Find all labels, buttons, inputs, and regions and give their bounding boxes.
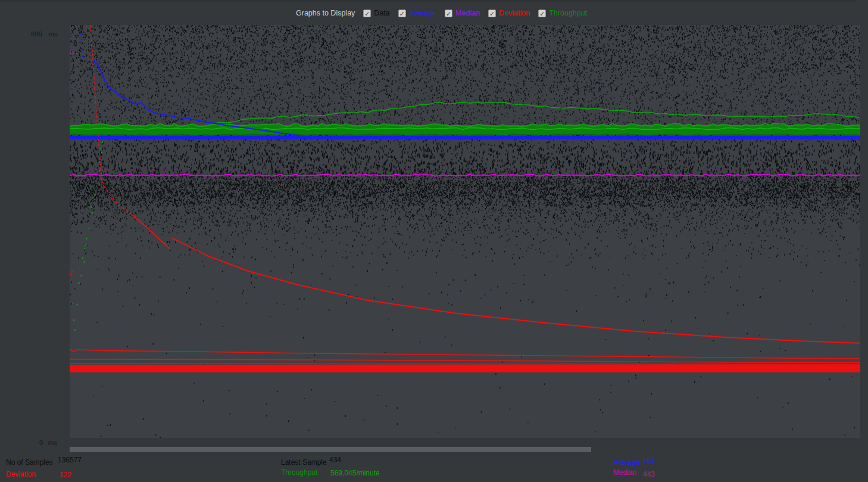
y-axis-unit-top: ms (48, 30, 57, 38)
average-stat-value: 503 (643, 456, 655, 465)
graphs-to-display-bar: Graphs to Display ✓ Data ✓ Average ✓ Med… (296, 7, 587, 19)
checkbox-item-throughput[interactable]: ✓ Throughput (538, 9, 587, 17)
no-of-samples-value: 136577 (58, 456, 82, 464)
throughput-stat-label: Throughput (281, 468, 317, 477)
y-axis-unit-bottom: ms (48, 439, 57, 446)
y-axis-min-value: 0 (39, 439, 43, 446)
latest-sample-label: Latest Sample (281, 458, 327, 467)
data-checkbox[interactable]: ✓ (363, 10, 371, 17)
median-checkbox[interactable]: ✓ (445, 10, 452, 17)
median-stat-value: 443 (643, 470, 655, 478)
top-strip (0, 0, 855, 2)
checkbox-item-average[interactable]: ✓ Average (398, 9, 436, 17)
graphs-to-display-label: Graphs to Display (296, 9, 355, 17)
horizontal-scrollbar-thumb[interactable] (70, 447, 591, 452)
checkbox-item-deviation[interactable]: ✓ Deviation (488, 9, 530, 17)
throughput-checkbox-label: Throughput (549, 9, 587, 17)
average-stat-label: Average (613, 458, 639, 467)
no-of-samples-label: No of Samples (6, 458, 53, 467)
deviation-checkbox-label: Deviation (499, 9, 530, 17)
y-axis-max-label: 689 ms (31, 30, 58, 38)
y-axis-max-value: 689 (31, 30, 42, 38)
data-checkbox-label: Data (374, 9, 389, 17)
latest-sample-value: 434 (329, 456, 341, 464)
median-checkbox-label: Median (455, 9, 480, 17)
average-checkbox[interactable]: ✓ (398, 10, 406, 17)
throughput-checkbox[interactable]: ✓ (538, 10, 546, 17)
y-axis-min-label: 0 ms (39, 439, 57, 446)
checkbox-item-median[interactable]: ✓ Median (445, 9, 480, 17)
average-checkbox-label: Average (409, 9, 436, 17)
throughput-stat-value: 569,045/minute (330, 469, 380, 477)
deviation-stat-label: Deviation (6, 470, 36, 478)
jmeter-graph-results-window: Graphs to Display ✓ Data ✓ Average ✓ Med… (0, 0, 868, 482)
deviation-stat-value: 122 (60, 471, 71, 479)
deviation-checkbox[interactable]: ✓ (488, 10, 496, 17)
graph-plot-canvas (70, 25, 860, 438)
checkbox-item-data[interactable]: ✓ Data (363, 9, 389, 17)
median-stat-label: Median (613, 468, 636, 477)
